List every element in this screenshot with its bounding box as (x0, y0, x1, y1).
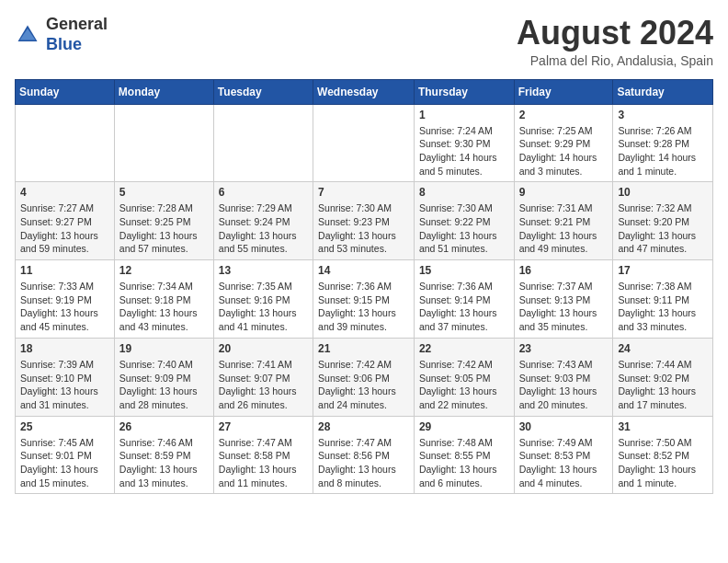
day-number: 18 (20, 342, 109, 355)
day-number: 27 (219, 420, 308, 433)
calendar-cell: 16Sunrise: 7:37 AMSunset: 9:13 PMDayligh… (514, 260, 613, 339)
calendar-cell: 7Sunrise: 7:30 AMSunset: 9:23 PMDaylight… (313, 182, 415, 260)
day-info: Sunrise: 7:47 AMSunset: 8:56 PMDaylight:… (318, 436, 409, 490)
day-number: 8 (419, 186, 509, 199)
month-year-title: August 2024 (517, 15, 713, 52)
day-info: Sunrise: 7:43 AMSunset: 9:03 PMDaylight:… (519, 358, 609, 412)
day-number: 12 (119, 264, 209, 277)
day-number: 21 (318, 342, 409, 355)
day-info: Sunrise: 7:46 AMSunset: 8:59 PMDaylight:… (119, 436, 209, 490)
col-header-monday: Monday (114, 79, 213, 104)
day-info: Sunrise: 7:24 AMSunset: 9:30 PMDaylight:… (419, 124, 509, 178)
calendar-cell: 12Sunrise: 7:34 AMSunset: 9:18 PMDayligh… (114, 260, 213, 339)
calendar-week-2: 4Sunrise: 7:27 AMSunset: 9:27 PMDaylight… (16, 182, 713, 260)
day-info: Sunrise: 7:31 AMSunset: 9:21 PMDaylight:… (519, 201, 609, 256)
calendar-cell: 27Sunrise: 7:47 AMSunset: 8:58 PMDayligh… (213, 416, 313, 494)
day-number: 17 (618, 264, 708, 277)
col-header-sunday: Sunday (16, 79, 115, 104)
day-number: 25 (20, 420, 109, 433)
day-info: Sunrise: 7:25 AMSunset: 9:29 PMDaylight:… (519, 124, 609, 178)
calendar-cell: 17Sunrise: 7:38 AMSunset: 9:11 PMDayligh… (613, 260, 713, 339)
col-header-tuesday: Tuesday (213, 79, 313, 104)
day-number: 24 (618, 342, 708, 355)
calendar-cell: 8Sunrise: 7:30 AMSunset: 9:22 PMDaylight… (414, 182, 514, 260)
day-number: 6 (219, 186, 308, 199)
calendar-week-5: 25Sunrise: 7:45 AMSunset: 9:01 PMDayligh… (16, 416, 713, 494)
day-number: 15 (419, 264, 509, 277)
day-info: Sunrise: 7:42 AMSunset: 9:05 PMDaylight:… (419, 358, 509, 412)
calendar-cell: 21Sunrise: 7:42 AMSunset: 9:06 PMDayligh… (313, 338, 415, 416)
calendar-cell (16, 104, 115, 182)
day-number: 9 (519, 186, 609, 199)
day-number: 11 (20, 264, 109, 277)
day-info: Sunrise: 7:37 AMSunset: 9:13 PMDaylight:… (519, 280, 609, 334)
calendar-cell: 24Sunrise: 7:44 AMSunset: 9:02 PMDayligh… (613, 338, 713, 416)
day-number: 2 (519, 109, 609, 121)
day-info: Sunrise: 7:34 AMSunset: 9:18 PMDaylight:… (119, 280, 209, 334)
calendar-table: SundayMondayTuesdayWednesdayThursdayFrid… (15, 79, 713, 495)
calendar-cell: 25Sunrise: 7:45 AMSunset: 9:01 PMDayligh… (16, 416, 115, 494)
col-header-thursday: Thursday (414, 79, 514, 104)
day-info: Sunrise: 7:35 AMSunset: 9:16 PMDaylight:… (219, 280, 308, 334)
logo-general: General (46, 15, 108, 33)
day-info: Sunrise: 7:41 AMSunset: 9:07 PMDaylight:… (219, 358, 308, 412)
day-info: Sunrise: 7:47 AMSunset: 8:58 PMDaylight:… (219, 436, 308, 490)
day-number: 31 (618, 420, 708, 433)
day-info: Sunrise: 7:39 AMSunset: 9:10 PMDaylight:… (20, 358, 109, 412)
title-area: August 2024 Palma del Rio, Andalusia, Sp… (517, 15, 713, 68)
day-number: 1 (419, 109, 509, 121)
day-info: Sunrise: 7:36 AMSunset: 9:15 PMDaylight:… (318, 280, 409, 334)
calendar-cell: 3Sunrise: 7:26 AMSunset: 9:28 PMDaylight… (613, 104, 713, 182)
col-header-saturday: Saturday (613, 79, 713, 104)
calendar-cell: 19Sunrise: 7:40 AMSunset: 9:09 PMDayligh… (114, 338, 213, 416)
calendar-cell: 1Sunrise: 7:24 AMSunset: 9:30 PMDaylight… (414, 104, 514, 182)
logo: General Blue (15, 15, 108, 54)
day-number: 14 (318, 264, 409, 277)
calendar-cell: 30Sunrise: 7:49 AMSunset: 8:53 PMDayligh… (514, 416, 613, 494)
calendar-cell: 23Sunrise: 7:43 AMSunset: 9:03 PMDayligh… (514, 338, 613, 416)
calendar-cell: 31Sunrise: 7:50 AMSunset: 8:52 PMDayligh… (613, 416, 713, 494)
calendar-cell (213, 104, 313, 182)
logo-icon (15, 22, 40, 48)
day-info: Sunrise: 7:50 AMSunset: 8:52 PMDaylight:… (618, 436, 708, 490)
calendar-cell: 6Sunrise: 7:29 AMSunset: 9:24 PMDaylight… (213, 182, 313, 260)
day-info: Sunrise: 7:26 AMSunset: 9:28 PMDaylight:… (618, 124, 708, 178)
logo-text: General Blue (46, 15, 108, 54)
day-number: 22 (419, 342, 509, 355)
day-info: Sunrise: 7:48 AMSunset: 8:55 PMDaylight:… (419, 436, 509, 490)
day-info: Sunrise: 7:30 AMSunset: 9:23 PMDaylight:… (318, 201, 409, 256)
logo-blue: Blue (46, 35, 82, 53)
day-number: 4 (20, 186, 109, 199)
calendar-cell (114, 104, 213, 182)
calendar-cell: 9Sunrise: 7:31 AMSunset: 9:21 PMDaylight… (514, 182, 613, 260)
calendar-cell: 20Sunrise: 7:41 AMSunset: 9:07 PMDayligh… (213, 338, 313, 416)
day-info: Sunrise: 7:33 AMSunset: 9:19 PMDaylight:… (20, 280, 109, 334)
page-header: General Blue August 2024 Palma del Rio, … (15, 15, 713, 68)
day-number: 19 (119, 342, 209, 355)
calendar-header-row: SundayMondayTuesdayWednesdayThursdayFrid… (16, 79, 713, 104)
day-info: Sunrise: 7:36 AMSunset: 9:14 PMDaylight:… (419, 280, 509, 334)
calendar-cell: 5Sunrise: 7:28 AMSunset: 9:25 PMDaylight… (114, 182, 213, 260)
day-number: 7 (318, 186, 409, 199)
day-info: Sunrise: 7:44 AMSunset: 9:02 PMDaylight:… (618, 358, 708, 412)
day-info: Sunrise: 7:40 AMSunset: 9:09 PMDaylight:… (119, 358, 209, 412)
calendar-cell: 28Sunrise: 7:47 AMSunset: 8:56 PMDayligh… (313, 416, 415, 494)
day-number: 28 (318, 420, 409, 433)
calendar-cell (313, 104, 415, 182)
calendar-cell: 13Sunrise: 7:35 AMSunset: 9:16 PMDayligh… (213, 260, 313, 339)
calendar-cell: 14Sunrise: 7:36 AMSunset: 9:15 PMDayligh… (313, 260, 415, 339)
day-info: Sunrise: 7:30 AMSunset: 9:22 PMDaylight:… (419, 201, 509, 256)
col-header-friday: Friday (514, 79, 613, 104)
day-info: Sunrise: 7:42 AMSunset: 9:06 PMDaylight:… (318, 358, 409, 412)
day-info: Sunrise: 7:38 AMSunset: 9:11 PMDaylight:… (618, 280, 708, 334)
col-header-wednesday: Wednesday (313, 79, 415, 104)
calendar-cell: 26Sunrise: 7:46 AMSunset: 8:59 PMDayligh… (114, 416, 213, 494)
calendar-week-4: 18Sunrise: 7:39 AMSunset: 9:10 PMDayligh… (16, 338, 713, 416)
day-info: Sunrise: 7:27 AMSunset: 9:27 PMDaylight:… (20, 201, 109, 256)
calendar-cell: 11Sunrise: 7:33 AMSunset: 9:19 PMDayligh… (16, 260, 115, 339)
day-number: 13 (219, 264, 308, 277)
day-info: Sunrise: 7:32 AMSunset: 9:20 PMDaylight:… (618, 201, 708, 256)
day-info: Sunrise: 7:29 AMSunset: 9:24 PMDaylight:… (219, 201, 308, 256)
day-number: 30 (519, 420, 609, 433)
calendar-cell: 22Sunrise: 7:42 AMSunset: 9:05 PMDayligh… (414, 338, 514, 416)
